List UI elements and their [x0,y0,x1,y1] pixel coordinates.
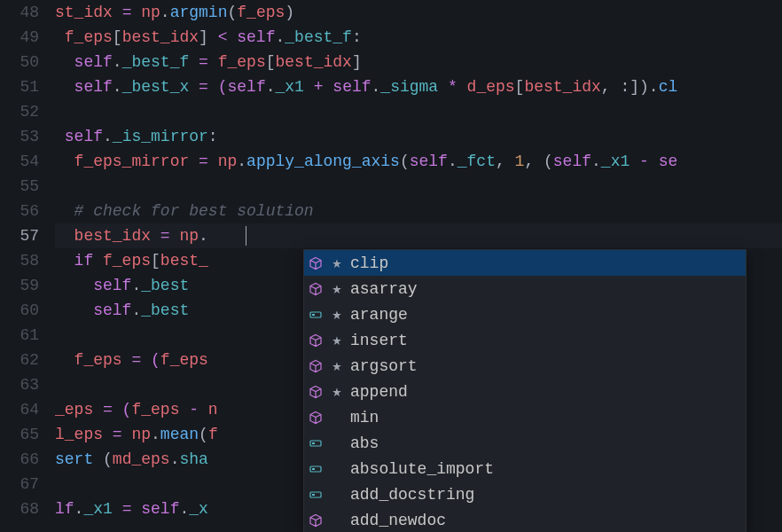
field-icon [308,461,324,477]
token: _best_f [122,53,190,71]
autocomplete-item[interactable]: add_docstring [304,481,746,507]
token: = [199,153,218,170]
token: - [179,401,207,419]
token: [ [113,28,122,46]
token: self [553,153,591,170]
star-icon: ★ [331,379,343,404]
token: . [199,227,208,245]
autocomplete-item[interactable]: min [304,404,746,430]
autocomplete-item[interactable]: ★asarray [304,276,746,301]
token: _best_x [122,78,190,96]
autocomplete-label: arange [350,302,740,327]
autocomplete-item[interactable]: ★arange [304,301,746,327]
autocomplete-item[interactable]: ★append [304,379,746,404]
token: _x1 [276,78,304,96]
token: ] [199,28,218,46]
token: se [659,153,678,170]
line-number: 48 [0,0,39,25]
code-line[interactable] [55,174,782,199]
code-editor[interactable]: 4849505152535455565758596061626364656667… [0,0,782,532]
code-line[interactable]: self._best_x = (self._x1 + self._sigma *… [55,74,782,99]
token: < [218,28,238,46]
token: if [74,252,103,270]
autocomplete-label: insert [350,328,740,353]
token: self [93,301,131,319]
token: . [170,450,180,468]
star-icon: ★ [331,354,343,379]
token: . [266,78,276,96]
token: . [237,153,246,170]
token: = ( [103,401,131,419]
autocomplete-item[interactable]: abs [304,430,746,456]
code-line[interactable]: # check for best solution [55,199,782,223]
autocomplete-popup[interactable]: ★clip★asarray★arange★insert★argsort★appe… [303,249,747,532]
token: . [275,28,285,46]
token: _best_f [285,28,352,46]
line-number: 60 [0,298,39,323]
autocomplete-label: add_docstring [350,482,740,507]
token: f_eps [55,28,113,46]
token: f [208,426,218,443]
code-area[interactable]: st_idx = np.argmin(f_eps) f_eps[best_idx… [55,0,782,532]
token: . [371,78,381,96]
token: self [74,53,113,71]
token: sert [55,450,103,468]
token: _is_mirror [113,128,208,145]
field-icon [308,307,324,323]
token: self [227,78,265,96]
code-line[interactable]: self._best_f = f_eps[best_idx] [55,50,782,74]
line-number: 54 [0,149,39,174]
token: . [113,53,122,71]
line-number: 61 [0,323,39,348]
line-number: 58 [0,248,39,273]
autocomplete-item[interactable]: add_newdoc [304,507,746,532]
module-icon [308,358,324,374]
svg-rect-5 [312,468,315,470]
line-number: 63 [0,372,39,397]
autocomplete-item[interactable]: ★insert [304,327,746,353]
module-icon [308,410,324,426]
svg-rect-3 [312,442,315,444]
code-line[interactable]: f_eps_mirror = np.apply_along_axis(self.… [55,149,782,174]
token: n [208,401,218,419]
autocomplete-item[interactable]: ★argsort [304,353,746,379]
code-line[interactable]: st_idx = np.argmin(f_eps) [55,0,782,25]
token: self [237,28,275,46]
module-icon [308,281,324,297]
line-number: 57 [0,223,39,248]
autocomplete-item[interactable]: ★clip [304,250,746,276]
token: f_eps [160,351,208,369]
star-icon: ★ [331,328,343,353]
token: np [131,426,151,443]
token: [ [266,53,276,71]
token: , ( [524,153,552,170]
token: self [410,153,448,170]
code-line[interactable]: self._is_mirror: [55,124,782,149]
token: . [448,153,457,170]
line-number: 68 [0,497,39,521]
token: best_idx [122,28,199,46]
autocomplete-item[interactable]: absolute_import [304,456,746,481]
token: ( [400,153,410,170]
code-line[interactable] [55,99,782,124]
code-line[interactable]: best_idx = np. [55,223,782,248]
token: [ [151,252,160,270]
token: best_idx [74,227,160,245]
token: * [438,78,466,96]
svg-rect-7 [312,494,315,496]
line-number: 49 [0,25,39,50]
token: . [103,128,113,145]
token: . [179,500,189,518]
code-line[interactable]: f_eps[best_idx] < self._best_f: [55,25,782,50]
line-number: 51 [0,74,39,99]
token: self [332,78,371,96]
token: . [591,153,601,170]
line-number: 55 [0,174,39,199]
line-number: 67 [0,472,39,497]
line-number: 56 [0,199,39,223]
token: _x1 [83,500,112,518]
token: _x [189,500,208,518]
line-number: 66 [0,447,39,472]
module-icon [308,512,324,528]
token: _best [141,301,189,319]
